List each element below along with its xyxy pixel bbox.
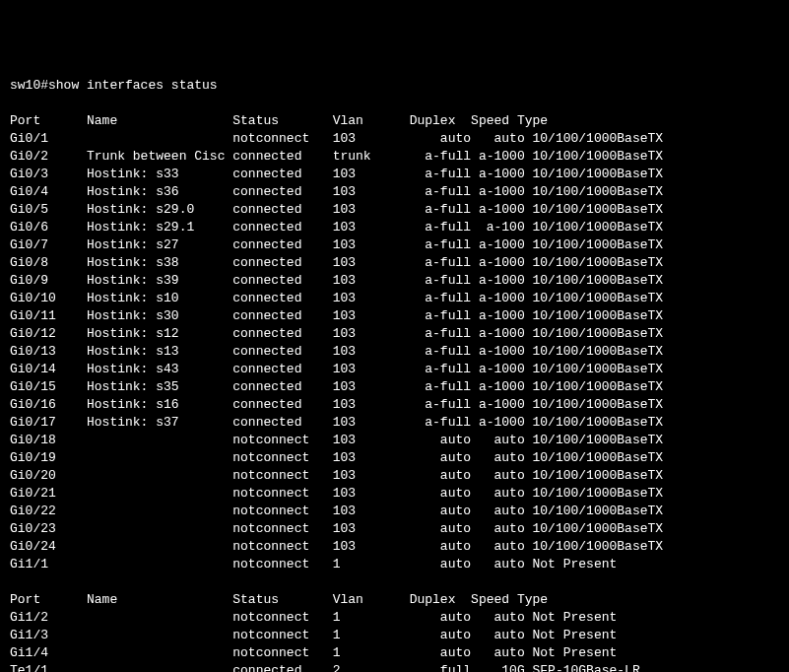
terminal-line: Port Name Status Vlan Duplex Speed Type (10, 112, 779, 130)
terminal-line: Gi0/2 Trunk between Cisc connected trunk… (10, 148, 779, 166)
terminal-line: sw10#show interfaces status (10, 77, 779, 95)
terminal-line: Gi0/5 Hostink: s29.0 connected 103 a-ful… (10, 201, 779, 219)
terminal-line: Gi0/13 Hostink: s13 connected 103 a-full… (10, 343, 779, 361)
terminal-line: Gi0/24 notconnect 103 auto auto 10/100/1… (10, 538, 779, 556)
terminal-line: Gi0/8 Hostink: s38 connected 103 a-full … (10, 254, 779, 272)
terminal-line: Gi0/6 Hostink: s29.1 connected 103 a-ful… (10, 219, 779, 236)
terminal-line: Gi0/9 Hostink: s39 connected 103 a-full … (10, 272, 779, 290)
terminal-line: Gi0/11 Hostink: s30 connected 103 a-full… (10, 307, 779, 325)
terminal-line: Gi0/14 Hostink: s43 connected 103 a-full… (10, 361, 779, 378)
terminal-line: Gi0/19 notconnect 103 auto auto 10/100/1… (10, 449, 779, 467)
terminal-line: Gi0/22 notconnect 103 auto auto 10/100/1… (10, 503, 779, 520)
terminal-line: Gi0/3 Hostink: s33 connected 103 a-full … (10, 166, 779, 183)
terminal-line: Te1/1 connected 2 full 10G SFP-10GBase-L… (10, 662, 779, 672)
terminal-line: Gi0/21 notconnect 103 auto auto 10/100/1… (10, 485, 779, 503)
terminal-output: sw10#show interfaces status Port Name St… (10, 77, 779, 672)
terminal-line: Gi0/4 Hostink: s36 connected 103 a-full … (10, 183, 779, 201)
terminal-line: Gi0/1 notconnect 103 auto auto 10/100/10… (10, 130, 779, 148)
terminal-line: Gi1/2 notconnect 1 auto auto Not Present (10, 609, 779, 627)
terminal-line: Port Name Status Vlan Duplex Speed Type (10, 591, 779, 609)
terminal-line: Gi0/20 notconnect 103 auto auto 10/100/1… (10, 467, 779, 485)
terminal-line: Gi1/3 notconnect 1 auto auto Not Present (10, 627, 779, 644)
terminal-line: Gi1/4 notconnect 1 auto auto Not Present (10, 644, 779, 662)
terminal-line: Gi0/18 notconnect 103 auto auto 10/100/1… (10, 432, 779, 449)
terminal-line: Gi1/1 notconnect 1 auto auto Not Present (10, 556, 779, 573)
terminal-line: Gi0/23 notconnect 103 auto auto 10/100/1… (10, 520, 779, 538)
terminal-line: Gi0/17 Hostink: s37 connected 103 a-full… (10, 414, 779, 432)
terminal-line: Gi0/10 Hostink: s10 connected 103 a-full… (10, 290, 779, 307)
terminal-line (10, 95, 779, 112)
terminal-line: Gi0/12 Hostink: s12 connected 103 a-full… (10, 325, 779, 343)
terminal-line: Gi0/16 Hostink: s16 connected 103 a-full… (10, 396, 779, 414)
terminal-line: Gi0/15 Hostink: s35 connected 103 a-full… (10, 378, 779, 396)
terminal-line: Gi0/7 Hostink: s27 connected 103 a-full … (10, 236, 779, 254)
terminal-line (10, 573, 779, 591)
